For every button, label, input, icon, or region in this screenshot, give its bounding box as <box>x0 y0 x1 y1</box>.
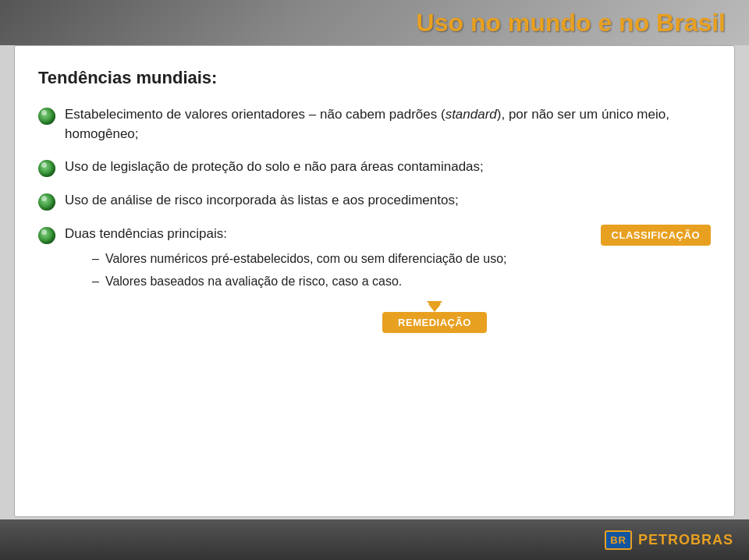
classificacao-badge: CLASSIFICAÇÃO <box>601 225 711 246</box>
main-content: Tendências mundiais: Estabelecimento de … <box>14 45 735 517</box>
remediacao-section: REMEDIAÇÃO <box>65 301 711 333</box>
section-title: Tendências mundiais: <box>38 68 711 88</box>
slide-title: Uso no mundo e no Brasil <box>417 9 726 37</box>
header-bar: Uso no mundo e no Brasil <box>0 0 749 45</box>
bullet-text-2: Uso de legislação de proteção do solo e … <box>65 158 484 177</box>
sub-bullets: Valores numéricos pré-estabelecidos, com… <box>92 250 711 290</box>
bullet-icon <box>38 227 55 244</box>
bullet-text-1: Estabelecimento de valores orientadores … <box>65 105 711 144</box>
last-section-content: Duas tendências principais: CLASSIFICAÇÃ… <box>65 225 711 333</box>
petrobras-logo: BR PETROBRAS <box>605 530 733 550</box>
bullet-text-4: Duas tendências principais: <box>65 225 227 244</box>
list-item: Uso de legislação de proteção do solo e … <box>38 158 711 177</box>
bullet-icon <box>38 160 55 177</box>
logo-petrobras-name: PETROBRAS <box>638 532 733 548</box>
sub-bullet-text-1: Valores numéricos pré-estabelecidos, com… <box>105 250 507 268</box>
bullet-icon <box>38 108 55 125</box>
list-item: Estabelecimento de valores orientadores … <box>38 105 711 144</box>
sub-bullet-text-2: Valores baseados na avaliação de risco, … <box>105 273 402 290</box>
footer-bar: BR PETROBRAS <box>0 519 749 560</box>
logo-br-text: BR <box>605 530 632 550</box>
list-item: Valores numéricos pré-estabelecidos, com… <box>92 250 711 268</box>
list-item: Uso de análise de risco incorporada às l… <box>38 191 711 211</box>
last-section: Duas tendências principais: CLASSIFICAÇÃ… <box>38 225 711 333</box>
bullet-icon <box>38 193 55 211</box>
remediacao-badge: REMEDIAÇÃO <box>382 312 487 333</box>
list-item: Valores baseados na avaliação de risco, … <box>92 273 711 290</box>
bullet-text-3: Uso de análise de risco incorporada às l… <box>65 191 459 211</box>
